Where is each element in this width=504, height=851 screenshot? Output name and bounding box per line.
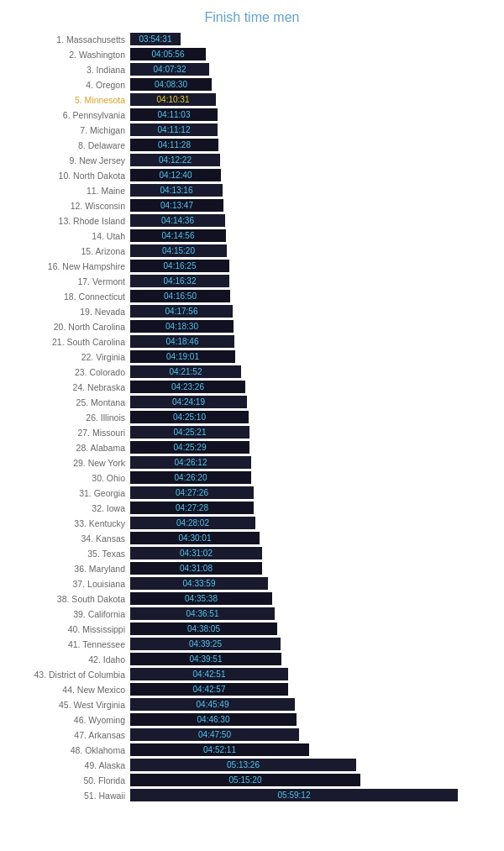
time-label: 03:54:31 xyxy=(130,33,181,45)
bar-row: 22. Virginia04:19:01 xyxy=(0,349,496,364)
bar-row: 43. District of Columbia04:42:51 xyxy=(0,667,496,681)
bar-row: 25. Montana04:24:19 xyxy=(0,395,496,409)
bar-wrap: 04:21:52 xyxy=(130,365,496,378)
bar-row: 37. Louisiana04:33:59 xyxy=(0,576,496,591)
bar-wrap: 04:25:29 xyxy=(130,441,496,454)
bar: 04:47:50 xyxy=(130,728,299,741)
state-label: 23. Colorado xyxy=(0,367,130,377)
time-label: 04:07:32 xyxy=(130,63,209,76)
bar-wrap: 04:52:11 xyxy=(130,743,496,756)
time-label: 04:39:51 xyxy=(130,653,281,665)
bar-row: 12. Wisconsin04:13:47 xyxy=(0,198,496,213)
time-label: 04:31:08 xyxy=(130,562,262,575)
bar-row: 14. Utah04:14:56 xyxy=(0,229,496,243)
state-label: 25. Montana xyxy=(0,397,130,407)
time-label: 04:18:46 xyxy=(130,335,234,348)
time-label: 04:39:25 xyxy=(130,638,281,650)
time-label: 04:25:29 xyxy=(130,441,249,454)
bar: 04:38:05 xyxy=(130,622,277,635)
bar-row: 29. New York04:26:12 xyxy=(0,455,496,470)
bar-wrap: 04:30:01 xyxy=(130,532,496,544)
time-label: 05:13:26 xyxy=(130,759,356,771)
state-label: 19. Nevada xyxy=(0,307,130,317)
bar-row: 35. Texas04:31:02 xyxy=(0,546,496,560)
bar-row: 19. Nevada04:17:56 xyxy=(0,304,496,318)
time-label: 04:47:50 xyxy=(130,728,299,741)
bar: 04:30:01 xyxy=(130,532,260,544)
time-label: 04:16:32 xyxy=(130,275,229,287)
state-label: 10. North Dakota xyxy=(0,171,130,181)
bar: 04:25:10 xyxy=(130,411,249,423)
bar-row: 20. North Carolina04:18:30 xyxy=(0,319,496,334)
time-label: 04:18:30 xyxy=(130,320,234,333)
bar: 04:18:30 xyxy=(130,320,234,333)
state-label: 39. California xyxy=(0,609,130,619)
bar: 04:23:26 xyxy=(130,381,245,393)
state-label: 42. Idaho xyxy=(0,654,130,665)
bar: 04:42:51 xyxy=(130,668,288,680)
time-label: 04:11:03 xyxy=(130,108,218,121)
bar-wrap: 04:38:05 xyxy=(130,622,496,635)
bar-wrap: 04:16:32 xyxy=(130,275,496,287)
bar-row: 33. Kentucky04:28:02 xyxy=(0,516,496,530)
bar: 04:12:40 xyxy=(130,169,221,181)
bar-wrap: 04:07:32 xyxy=(130,63,496,76)
bar-wrap: 04:14:36 xyxy=(130,214,496,227)
bar: 04:15:20 xyxy=(130,244,227,257)
bar-wrap: 04:11:12 xyxy=(130,123,496,136)
bar-wrap: 04:18:46 xyxy=(130,335,496,348)
state-label: 51. Hawaii xyxy=(0,791,130,801)
bar: 04:42:57 xyxy=(130,683,288,696)
state-label: 27. Missouri xyxy=(0,428,130,438)
bar-row: 5. Minnesota04:10:31 xyxy=(0,92,496,107)
bar-row: 9. New Jersey04:12:22 xyxy=(0,153,496,167)
bar: 04:05:56 xyxy=(130,48,206,60)
time-label: 04:33:59 xyxy=(130,577,268,590)
bar-wrap: 04:10:31 xyxy=(130,93,496,106)
bar-row: 40. Mississippi04:38:05 xyxy=(0,622,496,636)
bar-row: 23. Colorado04:21:52 xyxy=(0,365,496,379)
bar: 04:13:16 xyxy=(130,184,223,197)
bar-wrap: 04:12:40 xyxy=(130,169,496,181)
state-label: 3. Indiana xyxy=(0,65,130,75)
bar: 04:39:51 xyxy=(130,653,281,665)
bar-wrap: 04:46:30 xyxy=(130,713,496,726)
state-label: 48. Oklahoma xyxy=(0,745,130,755)
bar-row: 21. South Carolina04:18:46 xyxy=(0,334,496,349)
bar: 04:14:56 xyxy=(130,229,226,242)
bar-row: 15. Arizona04:15:20 xyxy=(0,244,496,258)
bar: 04:11:12 xyxy=(130,123,218,136)
bar: 03:54:31 xyxy=(130,33,181,45)
time-label: 04:28:02 xyxy=(130,517,255,529)
bar-row: 11. Maine04:13:16 xyxy=(0,183,496,197)
state-label: 22. Virginia xyxy=(0,352,130,362)
time-label: 04:11:28 xyxy=(130,139,218,151)
bar: 04:33:59 xyxy=(130,577,268,590)
bar-row: 27. Missouri04:25:21 xyxy=(0,425,496,439)
state-label: 6. Pennsylvania xyxy=(0,110,130,120)
bar-wrap: 04:31:08 xyxy=(130,562,496,575)
bar-wrap: 04:31:02 xyxy=(130,547,496,559)
time-label: 04:35:38 xyxy=(130,592,272,605)
state-label: 7. Michigan xyxy=(0,125,130,135)
chart-container: 1. Massachusetts03:54:312. Washington04:… xyxy=(0,32,504,812)
state-label: 33. Kentucky xyxy=(0,518,130,528)
bar: 04:31:02 xyxy=(130,547,262,559)
state-label: 4. Oregon xyxy=(0,80,130,90)
bar: 04:52:11 xyxy=(130,743,309,756)
state-label: 40. Mississippi xyxy=(0,624,130,634)
bar-row: 31. Georgia04:27:26 xyxy=(0,486,496,500)
state-label: 47. Arkansas xyxy=(0,730,130,740)
state-label: 35. Texas xyxy=(0,549,130,559)
time-label: 04:08:30 xyxy=(130,78,212,91)
time-label: 04:25:10 xyxy=(130,411,249,423)
state-label: 30. Ohio xyxy=(0,473,130,483)
bar: 04:21:52 xyxy=(130,365,241,378)
bar-row: 30. Ohio04:26:20 xyxy=(0,470,496,485)
time-label: 04:19:01 xyxy=(130,350,235,363)
bar-row: 1. Massachusetts03:54:31 xyxy=(0,32,496,46)
bar-row: 38. South Dakota04:35:38 xyxy=(0,591,496,606)
chart-title: Finish time men xyxy=(0,0,504,32)
state-label: 29. New York xyxy=(0,458,130,468)
time-label: 04:21:52 xyxy=(130,365,241,378)
